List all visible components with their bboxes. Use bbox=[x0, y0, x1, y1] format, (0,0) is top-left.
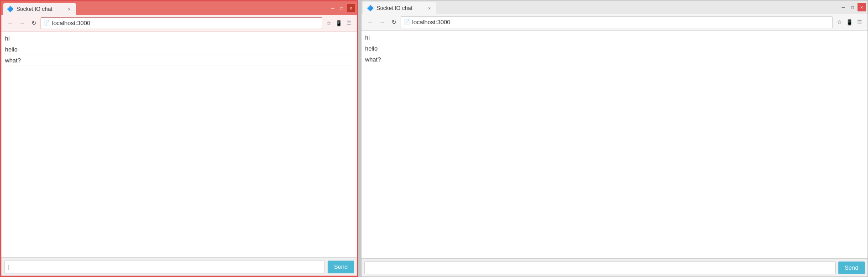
tab-area-left: 🔷 Socket.IO chat × bbox=[3, 1, 327, 15]
bookmark-icon-left[interactable]: ☆ bbox=[324, 19, 333, 28]
back-button-left[interactable]: ← bbox=[5, 18, 15, 28]
address-input-left[interactable] bbox=[52, 20, 319, 26]
tab-title-left: Socket.IO chat bbox=[16, 6, 63, 12]
menu-icon-right[interactable]: ☰ bbox=[855, 18, 864, 27]
input-bar-left: Send bbox=[1, 257, 357, 276]
maximize-button-left[interactable]: □ bbox=[338, 4, 346, 12]
title-bar-right: 🔷 Socket.IO chat × ─ □ × bbox=[361, 0, 868, 14]
menu-icon-left[interactable]: ☰ bbox=[344, 19, 353, 28]
tab-close-left[interactable]: × bbox=[66, 6, 73, 12]
message-item: hello bbox=[365, 43, 864, 54]
address-input-right[interactable] bbox=[412, 19, 830, 26]
tab-favicon-left: 🔷 bbox=[7, 6, 14, 12]
address-bar-icons-left: ☆ 📱 ☰ bbox=[324, 19, 353, 28]
tab-right[interactable]: 🔷 Socket.IO chat × bbox=[363, 2, 436, 14]
browser-window-right: 🔷 Socket.IO chat × ─ □ × ← → ↻ 📄 ☆ 📱 ☰ h… bbox=[361, 0, 868, 277]
chat-messages-left: hi hello what? bbox=[1, 31, 357, 257]
message-item: hi bbox=[5, 33, 353, 44]
minimize-button-right[interactable]: ─ bbox=[839, 3, 847, 11]
chat-input-left[interactable] bbox=[4, 261, 325, 273]
chat-input-right[interactable] bbox=[364, 262, 836, 274]
address-bar-left: ← → ↻ 📄 ☆ 📱 ☰ bbox=[1, 15, 357, 31]
address-bar-right: ← → ↻ 📄 ☆ 📱 ☰ bbox=[361, 14, 868, 31]
tab-close-right[interactable]: × bbox=[426, 5, 433, 11]
message-item: what? bbox=[365, 54, 864, 65]
send-button-left[interactable]: Send bbox=[328, 261, 354, 273]
bookmark-icon-right[interactable]: ☆ bbox=[835, 18, 844, 27]
close-button-left[interactable]: × bbox=[347, 4, 355, 12]
send-button-right[interactable]: Send bbox=[838, 262, 865, 274]
close-button-right[interactable]: × bbox=[858, 3, 866, 11]
minimize-button-left[interactable]: ─ bbox=[329, 4, 337, 12]
input-bar-right: Send bbox=[361, 258, 868, 277]
profile-icon-right[interactable]: 📱 bbox=[845, 18, 854, 27]
address-bar-icons-right: ☆ 📱 ☰ bbox=[835, 18, 864, 27]
page-content-left: hi hello what? bbox=[1, 31, 357, 257]
window-controls-right: ─ □ × bbox=[839, 3, 866, 11]
address-input-wrap-right: 📄 bbox=[401, 16, 833, 28]
page-icon-right: 📄 bbox=[404, 19, 410, 25]
tab-title-right: Socket.IO chat bbox=[376, 5, 424, 11]
window-controls-left: ─ □ × bbox=[329, 4, 355, 12]
title-bar-left: 🔷 Socket.IO chat × ─ □ × bbox=[1, 1, 357, 15]
forward-button-right[interactable]: → bbox=[377, 17, 387, 27]
reload-button-right[interactable]: ↻ bbox=[389, 17, 399, 27]
page-content-right: hi hello what? bbox=[361, 31, 868, 258]
profile-icon-left[interactable]: 📱 bbox=[334, 19, 343, 28]
reload-button-left[interactable]: ↻ bbox=[29, 18, 39, 28]
browser-window-left: 🔷 Socket.IO chat × ─ □ × ← → ↻ 📄 ☆ 📱 ☰ h… bbox=[0, 0, 358, 277]
forward-button-left[interactable]: → bbox=[17, 18, 27, 28]
message-item: hi bbox=[365, 32, 864, 43]
maximize-button-right[interactable]: □ bbox=[848, 3, 857, 11]
tab-area-right: 🔷 Socket.IO chat × bbox=[363, 0, 837, 14]
chat-messages-right: hi hello what? bbox=[361, 31, 868, 258]
message-item: what? bbox=[5, 55, 353, 66]
page-icon-left: 📄 bbox=[44, 20, 50, 26]
tab-favicon-right: 🔷 bbox=[367, 5, 374, 11]
back-button-right[interactable]: ← bbox=[365, 17, 375, 27]
address-input-wrap-left: 📄 bbox=[41, 17, 322, 29]
message-item: hello bbox=[5, 44, 353, 55]
tab-left[interactable]: 🔷 Socket.IO chat × bbox=[3, 3, 76, 15]
